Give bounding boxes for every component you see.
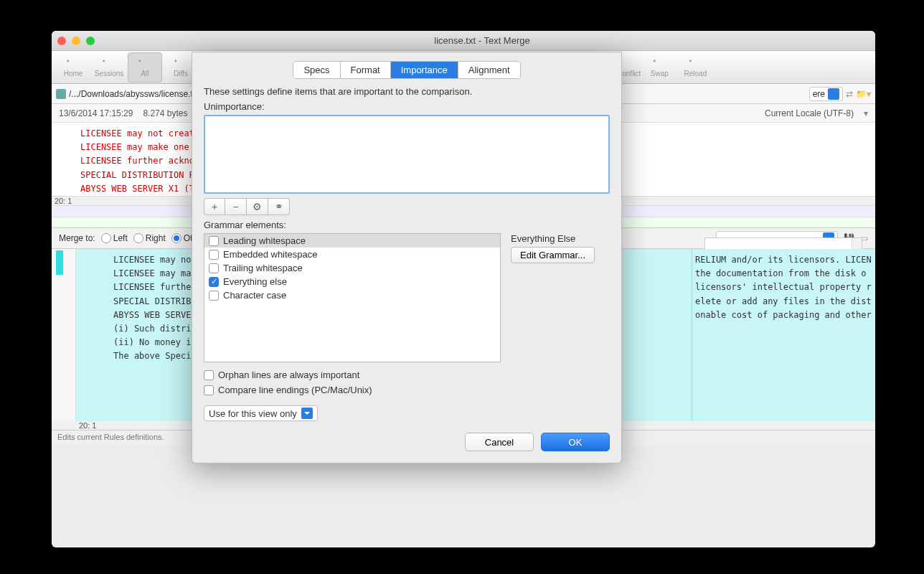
- diff-right-pane[interactable]: RELIUM and/or its licensors. LICENthe do…: [692, 249, 875, 421]
- diff-line: the documentation from the disk o: [695, 267, 872, 281]
- unimportance-list[interactable]: [204, 115, 610, 194]
- grammar-item-label: Trailing whitespace: [223, 263, 303, 273]
- file-date: 13/6/2014 17:15:29: [59, 108, 133, 118]
- tool-swap[interactable]: ▪Swap: [642, 52, 676, 83]
- chevron-down-icon[interactable]: [301, 408, 313, 419]
- tool-all[interactable]: ▪All: [128, 52, 162, 83]
- diff-line: licensors' intellectual property r: [695, 281, 872, 294]
- diff-line: onable cost of packaging and other: [695, 309, 872, 322]
- orphan-check[interactable]: Orphan lines are always important: [204, 370, 610, 380]
- chevron-down-icon[interactable]: [828, 88, 839, 100]
- diff-line: elete or add any files in the dist: [695, 295, 872, 309]
- settings-button[interactable]: ⚙: [247, 198, 268, 215]
- grammar-item-label: Embedded whitespace: [223, 249, 318, 260]
- tab-specs[interactable]: Specs: [293, 62, 340, 78]
- grammar-item[interactable]: Embedded whitespace: [204, 248, 500, 261]
- status-text: Edits current Rules definitions.: [57, 433, 164, 441]
- close-icon[interactable]: [57, 37, 66, 45]
- grammar-item-label: Character case: [223, 290, 286, 301]
- tool-home[interactable]: ▪Home: [56, 52, 90, 83]
- grammar-list[interactable]: Leading whitespaceEmbedded whitespaceTra…: [204, 233, 501, 362]
- remove-button[interactable]: −: [225, 198, 247, 215]
- tab-importance[interactable]: Importance: [391, 62, 458, 78]
- tab-alignment[interactable]: Alignment: [458, 62, 520, 78]
- diff-line: RELIUM and/or its licensors. LICEN: [695, 253, 872, 267]
- folder-icon[interactable]: 📁▾: [856, 89, 871, 99]
- merge-to-label: Merge to:: [59, 233, 95, 243]
- minimize-icon[interactable]: [72, 37, 80, 45]
- add-button[interactable]: +: [204, 198, 225, 215]
- scope-select[interactable]: Use for this view only: [204, 405, 318, 421]
- checkbox-icon[interactable]: [209, 277, 219, 287]
- grammar-label: Grammar elements:: [204, 220, 610, 230]
- dialog-description: These settings define items that are imp…: [204, 86, 610, 97]
- grammar-item[interactable]: Everything else: [204, 275, 500, 288]
- dialog-tabs: SpecsFormatImportanceAlignment: [192, 61, 621, 79]
- edit-grammar-button[interactable]: Edit Grammar...: [511, 247, 595, 263]
- window-controls: [57, 37, 95, 45]
- window-title: license.txt - Text Merge: [95, 35, 869, 46]
- cancel-button[interactable]: Cancel: [465, 433, 534, 451]
- merge-radio-right[interactable]: Right: [133, 233, 166, 243]
- combo-value: ere: [813, 89, 825, 99]
- overview-gutter[interactable]: [52, 249, 76, 421]
- swap-paths-icon[interactable]: ⇄: [846, 89, 853, 99]
- grammar-item[interactable]: Trailing whitespace: [204, 261, 500, 275]
- grammar-item-label: Leading whitespace: [223, 235, 306, 246]
- checkbox-icon[interactable]: [209, 263, 219, 273]
- tab-format[interactable]: Format: [341, 62, 391, 78]
- checkbox-icon[interactable]: [209, 250, 219, 260]
- file-icon: [56, 89, 66, 99]
- chevron-down-icon[interactable]: ▾: [864, 108, 868, 118]
- merge-radio-left[interactable]: Left: [101, 233, 128, 243]
- encoding-label[interactable]: Current Locale (UTF-8): [765, 108, 854, 118]
- group-button[interactable]: ⚭: [268, 198, 290, 215]
- checkbox-icon[interactable]: [209, 291, 219, 301]
- grammar-item[interactable]: Leading whitespace: [204, 234, 500, 248]
- right-path-combo[interactable]: ere: [809, 87, 843, 101]
- lineendings-check[interactable]: Compare line endings (PC/Mac/Unix): [204, 385, 610, 395]
- unimportance-label: Unimportance:: [204, 101, 610, 112]
- titlebar: license.txt - Text Merge: [52, 31, 875, 51]
- checkbox-icon[interactable]: [209, 236, 219, 246]
- maximize-icon[interactable]: [86, 37, 95, 45]
- tool-sessions[interactable]: ▪Sessions: [92, 52, 126, 83]
- grammar-item[interactable]: Character case: [204, 288, 500, 302]
- ok-button[interactable]: OK: [541, 433, 610, 451]
- file-size: 8.274 bytes: [143, 108, 187, 118]
- grammar-side-title: Everything Else: [511, 233, 610, 244]
- rules-dialog: SpecsFormatImportanceAlignment These set…: [192, 52, 622, 464]
- grammar-item-label: Everything else: [223, 276, 287, 287]
- scope-value: Use for this view only: [209, 408, 297, 419]
- tool-reload[interactable]: ▪Reload: [678, 52, 712, 83]
